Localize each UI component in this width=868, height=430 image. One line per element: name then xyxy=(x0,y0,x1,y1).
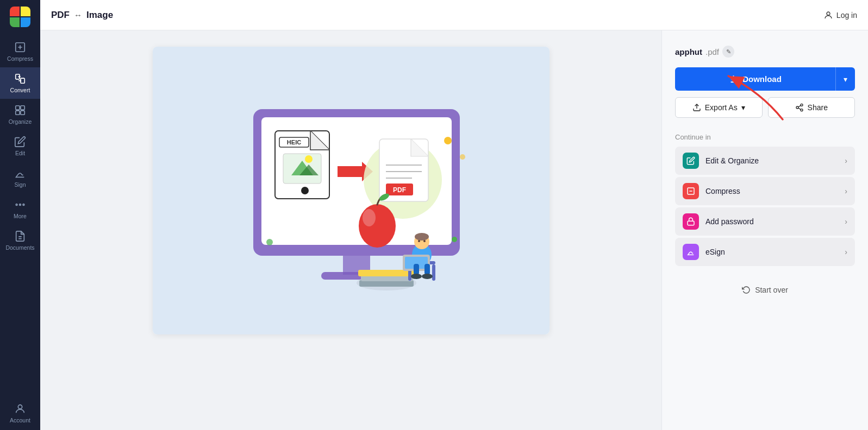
sidebar-item-convert[interactable]: Convert xyxy=(0,67,40,99)
continue-item-esign[interactable]: eSign › xyxy=(675,238,855,266)
svg-point-44 xyxy=(415,233,429,241)
svg-point-36 xyxy=(359,204,396,248)
edit-organize-icon xyxy=(683,153,699,169)
download-label: Download xyxy=(742,74,782,84)
right-panel: apphut .pdf ✎ Download ▾ Export As ▾ xyxy=(661,30,868,430)
continue-item-add-password[interactable]: Add password › xyxy=(675,207,855,236)
main-area: PDF ↔ Image Log in xyxy=(40,0,868,430)
edit-label: Edit xyxy=(15,150,25,156)
svg-point-9 xyxy=(23,204,24,206)
esign-icon xyxy=(683,244,699,260)
title-arrow: ↔ xyxy=(74,10,82,20)
continue-item-compress[interactable]: Compress › xyxy=(675,177,855,205)
export-icon xyxy=(692,103,701,112)
svg-point-7 xyxy=(16,204,17,206)
svg-point-59 xyxy=(796,106,798,109)
svg-line-62 xyxy=(798,105,801,107)
svg-point-54 xyxy=(460,154,465,160)
download-button[interactable]: Download xyxy=(675,67,835,91)
export-as-button[interactable]: Export As ▾ xyxy=(675,97,763,118)
preview-area: HEIC xyxy=(40,30,661,430)
svg-point-37 xyxy=(363,209,376,226)
svg-rect-4 xyxy=(21,106,24,110)
documents-label: Documents xyxy=(5,244,34,251)
start-over-button[interactable]: Start over xyxy=(675,281,855,299)
svg-point-10 xyxy=(18,405,22,409)
svg-point-58 xyxy=(801,104,803,106)
sidebar-item-sign[interactable]: Sign xyxy=(0,162,40,193)
svg-text:HEIC: HEIC xyxy=(286,139,301,146)
header-right: Log in xyxy=(823,10,857,20)
login-label: Log in xyxy=(836,11,857,20)
edit-filename-button[interactable]: ✎ xyxy=(722,46,734,58)
file-ext: .pdf xyxy=(705,47,719,56)
login-button[interactable]: Log in xyxy=(823,10,857,20)
download-dropdown-button[interactable]: ▾ xyxy=(835,67,855,91)
share-icon xyxy=(795,103,804,112)
compress-label: Compress xyxy=(7,55,33,62)
start-over-label: Start over xyxy=(755,286,788,294)
continue-in-label: Continue in xyxy=(675,133,855,141)
action-row: Export As ▾ Share xyxy=(675,97,855,118)
svg-rect-3 xyxy=(16,106,20,110)
compress-icon xyxy=(14,41,26,53)
svg-point-8 xyxy=(20,204,21,206)
svg-rect-2 xyxy=(21,78,24,83)
svg-point-45 xyxy=(418,240,420,242)
download-icon xyxy=(729,74,738,84)
chevron-right-icon: › xyxy=(845,187,847,195)
file-name-row: apphut .pdf ✎ xyxy=(675,46,855,58)
edit-organize-label: Edit & Organize xyxy=(705,156,759,165)
convert-label: Convert xyxy=(10,87,30,93)
share-label: Share xyxy=(808,103,828,112)
title-image: Image xyxy=(86,10,113,21)
refresh-icon xyxy=(742,286,751,294)
edit-icon xyxy=(14,136,26,148)
svg-point-51 xyxy=(411,274,422,279)
svg-point-22 xyxy=(305,155,313,163)
svg-line-61 xyxy=(798,108,801,110)
chevron-right-icon: › xyxy=(845,156,847,165)
svg-rect-5 xyxy=(16,111,20,115)
app-logo[interactable] xyxy=(10,7,30,27)
svg-rect-64 xyxy=(688,221,694,225)
add-password-label: Add password xyxy=(705,217,754,226)
continue-item-edit-organize[interactable]: Edit & Organize › xyxy=(675,147,855,175)
convert-icon xyxy=(14,73,26,85)
download-row: Download ▾ xyxy=(675,67,855,91)
add-password-icon xyxy=(683,213,699,230)
compress-label-continue: Compress xyxy=(705,187,740,195)
svg-point-23 xyxy=(301,187,309,194)
svg-rect-6 xyxy=(21,111,24,115)
share-button[interactable]: Share xyxy=(768,97,855,118)
sidebar-item-edit[interactable]: Edit xyxy=(0,130,40,162)
export-chevron: ▾ xyxy=(741,103,745,112)
account-icon xyxy=(14,403,26,415)
svg-text:PDF: PDF xyxy=(393,186,406,194)
file-name: apphut xyxy=(675,47,702,56)
svg-point-56 xyxy=(452,237,457,242)
svg-rect-49 xyxy=(414,264,419,275)
preview-card: HEIC xyxy=(153,47,549,334)
more-icon xyxy=(14,199,26,211)
sidebar-item-account[interactable]: Account xyxy=(0,396,40,430)
svg-rect-50 xyxy=(424,264,430,275)
continue-item-left: Compress xyxy=(683,183,740,199)
chevron-right-icon: › xyxy=(845,248,847,256)
sidebar-item-organize[interactable]: Organize xyxy=(0,99,40,130)
continue-item-left: Edit & Organize xyxy=(683,153,759,169)
sign-label: Sign xyxy=(14,181,26,188)
continue-item-left: eSign xyxy=(683,244,725,260)
organize-label: Organize xyxy=(9,118,32,125)
organize-icon xyxy=(14,104,26,116)
svg-point-60 xyxy=(801,109,803,111)
account-label: Account xyxy=(10,417,30,423)
svg-point-53 xyxy=(444,137,452,144)
sidebar-item-compress[interactable]: Compress xyxy=(0,36,40,67)
sidebar-item-more[interactable]: More xyxy=(0,193,40,225)
sidebar-item-documents[interactable]: Documents xyxy=(0,225,40,256)
preview-inner: HEIC xyxy=(153,47,549,334)
sidebar: Compress Convert Organize Edit Sign More… xyxy=(0,0,40,430)
title-pdf: PDF xyxy=(51,10,70,21)
header: PDF ↔ Image Log in xyxy=(40,0,868,30)
